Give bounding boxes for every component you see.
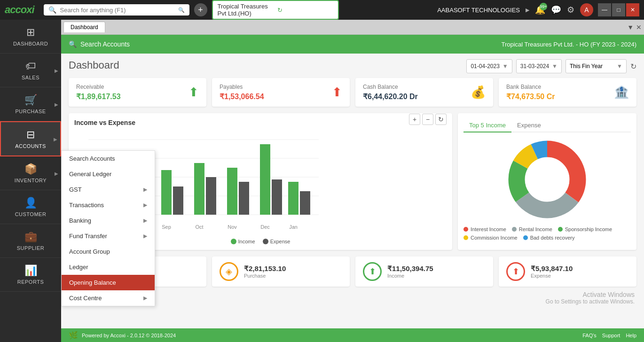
- receivable-label: Receivable: [76, 84, 121, 90]
- add-button[interactable]: +: [194, 3, 207, 16]
- chart-collapse-button[interactable]: −: [422, 114, 433, 125]
- settings-button[interactable]: ⚙: [567, 5, 574, 15]
- right-panel: Top 5 Income Expense: [458, 113, 636, 250]
- svg-point-31: [525, 157, 569, 202]
- menu-item-transactions[interactable]: Transactions ▶: [62, 197, 155, 213]
- purchase-bottom-value: ₹2,81,153.10: [244, 264, 286, 273]
- tab-dashboard[interactable]: Dashboard: [63, 22, 105, 32]
- purchase-icon: 🛒: [24, 94, 37, 106]
- help-link[interactable]: Help: [626, 333, 636, 338]
- sales-icon: 🏷: [25, 60, 36, 72]
- sidebar-item-purchase[interactable]: 🛒 PURCHASE ▶: [0, 87, 61, 121]
- sidebar-item-reports[interactable]: 📊 REPORTS: [0, 258, 61, 292]
- period-chevron[interactable]: ▼: [617, 63, 622, 70]
- menu-item-account-group[interactable]: Account Group: [62, 244, 155, 259]
- global-search-bar[interactable]: 🔍 🔍: [44, 4, 189, 16]
- support-link[interactable]: Support: [602, 333, 620, 338]
- expense-bottom-value: ₹5,93,847.10: [531, 264, 573, 273]
- date-to-input[interactable]: 31-03-2024 ▼: [516, 59, 562, 73]
- svg-rect-10: [173, 187, 183, 215]
- customer-icon: 👤: [24, 197, 37, 209]
- legend-bad-debts: Bad debts recovery: [523, 235, 575, 241]
- menu-label-banking: Banking: [69, 217, 91, 224]
- menu-item-opening-balance[interactable]: Opening Balance: [62, 275, 155, 290]
- date-from-chevron[interactable]: ▼: [503, 63, 508, 70]
- expense-bottom-icon: ⬆: [506, 262, 525, 281]
- purchase-bottom-icon: ◈: [220, 262, 238, 281]
- topbar-right: AABASOFT TECHNOLOGIES ▶ 🔔 99+ 💬 ⚙ A: [437, 3, 593, 16]
- sidebar-label-dashboard: DASHBOARD: [13, 41, 48, 47]
- legend-rental-income: Rental Income: [512, 226, 552, 232]
- tab-expand-button[interactable]: ▼: [627, 23, 634, 31]
- sidebar: ⊞ DASHBOARD 🏷 SALES ▶ 🛒 PURCHASE ▶ ⊟ ACC…: [0, 20, 61, 342]
- menu-item-search-accounts[interactable]: Search Accounts: [62, 151, 155, 166]
- maximize-button[interactable]: □: [612, 3, 625, 16]
- summary-cards: Receivable ₹1,89,617.53 ⬆ Payables ₹1,53…: [69, 78, 636, 107]
- cash-info: Cash Balance ₹6,44,620.20 Dr: [363, 84, 418, 101]
- refresh-company-icon[interactable]: ↻: [277, 7, 333, 14]
- message-button[interactable]: 💬: [551, 5, 561, 15]
- menu-item-cost-centre[interactable]: Cost Centre ▶: [62, 290, 155, 306]
- menu-item-general-ledger[interactable]: General Ledger: [62, 166, 155, 182]
- fund-transfer-arrow-icon: ▶: [143, 233, 147, 239]
- chart-refresh-button[interactable]: ↻: [435, 114, 447, 125]
- notification-wrapper: 🔔 99+: [535, 5, 545, 15]
- purchase-bottom-label: Purchase: [244, 273, 286, 279]
- menu-item-banking[interactable]: Banking ▶: [62, 213, 155, 228]
- tab-top5-income[interactable]: Top 5 Income: [463, 119, 511, 132]
- top5-tabs: Top 5 Income Expense: [463, 119, 631, 132]
- user-company-name: AABASOFT TECHNOLOGIES: [437, 7, 520, 14]
- chart-expand-button[interactable]: +: [409, 114, 420, 125]
- income-bottom-label: Income: [387, 273, 433, 279]
- sidebar-item-accounts[interactable]: ⊟ ACCOUNTS ▶: [0, 121, 61, 156]
- period-select[interactable]: This Fin Year ▼: [565, 59, 627, 73]
- sidebar-item-inventory[interactable]: 📦 INVENTORY ▶: [0, 156, 61, 190]
- menu-item-gst[interactable]: GST ▶: [62, 182, 155, 197]
- sales-arrow-icon: ▶: [55, 68, 58, 73]
- date-to-chevron[interactable]: ▼: [552, 63, 558, 70]
- sidebar-label-supplier: SUPPLIER: [17, 245, 44, 251]
- menu-item-fund-transfer[interactable]: Fund Transfer ▶: [62, 228, 155, 244]
- sponsorship-income-label: Sponsorship Income: [565, 226, 612, 232]
- bank-icon: 🏦: [614, 85, 629, 100]
- notification-button[interactable]: 🔔 99+: [535, 5, 545, 15]
- date-from-input[interactable]: 01-04-2023 ▼: [466, 59, 512, 73]
- svg-rect-17: [288, 182, 298, 215]
- tab-controls: ▼ ✕: [627, 23, 642, 31]
- faq-link[interactable]: FAQ's: [582, 333, 597, 338]
- expense-legend-label: Expense: [270, 239, 291, 244]
- global-search-input[interactable]: [60, 7, 173, 14]
- close-button[interactable]: ✕: [626, 3, 639, 16]
- avatar[interactable]: A: [580, 3, 593, 16]
- sidebar-label-inventory: INVENTORY: [15, 178, 47, 183]
- sidebar-item-supplier[interactable]: 💼 SUPPLIER: [0, 224, 61, 258]
- payables-label: Payables: [220, 84, 264, 90]
- income-bottom-card: ⬆ ₹11,50,394.75 Income: [355, 256, 493, 287]
- search-accounts-button[interactable]: 🔍 Search Accounts: [69, 40, 130, 48]
- date-filters: 01-04-2023 ▼ 31-03-2024 ▼ This Fin Year …: [466, 59, 636, 73]
- windows-activate: Activate Windows Go to Settings to activ…: [546, 291, 635, 305]
- menu-label-transactions: Transactions: [69, 202, 104, 209]
- menu-item-ledger[interactable]: Ledger: [62, 259, 155, 275]
- expense-bottom-info: ₹5,93,847.10 Expense: [531, 264, 573, 279]
- menu-label-general-ledger: General Ledger: [69, 171, 111, 178]
- tab-expense[interactable]: Expense: [511, 119, 547, 132]
- banking-arrow-icon: ▶: [143, 218, 147, 224]
- interest-income-label: Interest Income: [471, 226, 506, 232]
- sidebar-item-dashboard[interactable]: ⊞ DASHBOARD: [0, 20, 61, 54]
- gst-arrow-icon: ▶: [143, 187, 147, 193]
- svg-text:Jan: Jan: [289, 224, 298, 230]
- legend-income: Income: [231, 239, 255, 244]
- accounts-arrow-icon: ▶: [54, 136, 57, 141]
- expand-icon[interactable]: ▶: [526, 7, 529, 13]
- company-selector[interactable]: Tropical Treasures Pvt Ltd.(HO) ↻: [212, 0, 339, 20]
- minimize-button[interactable]: —: [598, 3, 611, 16]
- donut-chart-svg: [505, 137, 589, 222]
- svg-text:Dec: Dec: [260, 224, 270, 230]
- inventory-arrow-icon: ▶: [55, 171, 58, 176]
- svg-text:Oct: Oct: [195, 224, 203, 230]
- tab-close-button[interactable]: ✕: [636, 23, 642, 31]
- sidebar-item-sales[interactable]: 🏷 SALES ▶: [0, 54, 61, 87]
- date-refresh-icon[interactable]: ↻: [630, 62, 636, 71]
- sidebar-item-customer[interactable]: 👤 CUSTOMER: [0, 190, 61, 224]
